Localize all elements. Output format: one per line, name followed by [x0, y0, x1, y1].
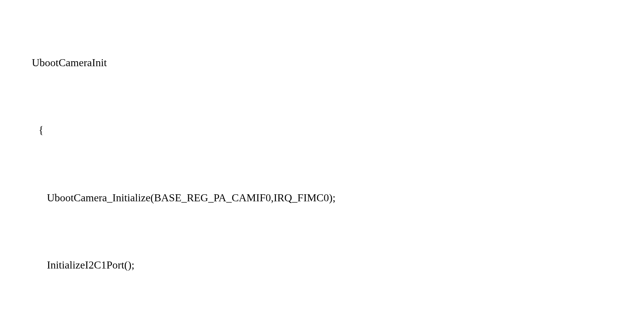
code-line: {: [0, 119, 644, 141]
code-line: UbootCamera_Initialize(BASE_REG_PA_CAMIF…: [0, 187, 644, 209]
code-block: UbootCameraInit { UbootCamera_Initialize…: [0, 7, 644, 319]
code-line: InitializeI2C1Port();: [0, 254, 644, 276]
code-line: UbootCameraInit: [0, 51, 644, 74]
